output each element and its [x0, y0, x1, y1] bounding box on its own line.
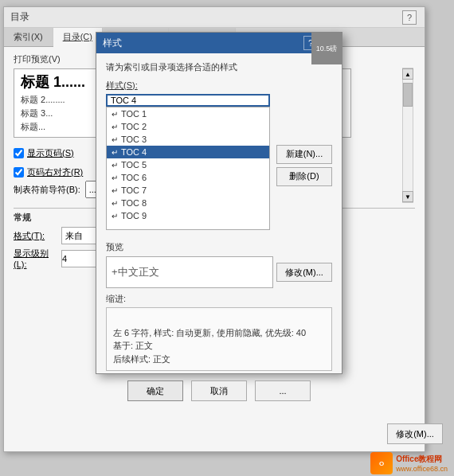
item-arrow: ↵ [112, 123, 118, 131]
styles-modal-titlebar: 样式 ? ✕ [96, 33, 342, 53]
preview-section-label: 预览 [106, 241, 332, 253]
office-text-block: Office教程网 www.office68.cn [396, 454, 448, 473]
item-arrow: ↵ [112, 161, 118, 170]
list-item[interactable]: ↵ TOC 3 [107, 133, 269, 146]
scroll-thumb[interactable] [403, 83, 413, 107]
list-item[interactable]: ↵ TOC 2 [107, 120, 269, 133]
office-icon: O [370, 452, 393, 474]
align-right-label: 页码右对齐(R) [27, 166, 83, 178]
styles-input-field[interactable] [106, 94, 270, 107]
help-button[interactable]: ? [402, 10, 417, 25]
list-item[interactable]: ↵ TOC 5 [107, 158, 269, 171]
office-badge: O Office教程网 www.office68.cn [370, 452, 448, 474]
preview-modify-button[interactable]: 修改(M)... [276, 263, 332, 282]
item-arrow: ↵ [112, 174, 118, 182]
style-preview-area: +中文正文 [106, 256, 273, 288]
indent-section: 缩进: 左 6 字符, 样式: 自动更新, 使用前隐藏, 优先级: 40 基于:… [106, 293, 332, 371]
index-dialog-title: 目录 [10, 10, 402, 24]
list-item[interactable]: ↵ TOC 1 [107, 107, 269, 120]
preview-section: 预览 +中文正文 10.5磅 修改(M)... [106, 241, 332, 288]
new-style-button[interactable]: 新建(N)... [276, 145, 332, 164]
tab-leader-label: 制表符前导符(B): [14, 184, 80, 196]
show-page-numbers-checkbox[interactable] [14, 148, 24, 158]
preview-chinese-text: +中文正文 [112, 265, 159, 279]
scrollbar[interactable]: ▲ ▼ [402, 68, 413, 203]
styles-modal-title: 样式 [103, 37, 303, 50]
indent-section-label: 缩进: [106, 293, 332, 305]
list-item-selected[interactable]: ↵ TOC 4 [107, 146, 269, 158]
list-item[interactable]: ↵ TOC 7 [107, 184, 269, 197]
styles-listbox[interactable]: ↵ TOC 1 ↵ TOC 2 ↵ TOC 3 ↵ TOC 4 [106, 107, 270, 230]
preview-size-badge: 10.5磅 [311, 33, 342, 64]
list-item[interactable]: ↵ TOC 9 [107, 209, 269, 222]
list-item[interactable]: ↵ TOC 6 [107, 171, 269, 184]
office-url: www.office68.cn [396, 465, 448, 473]
styles-modal: 样式 ? ✕ 请为索引或目录项选择合适的样式 样式(S): ↵ TOC 1 ↵ [96, 32, 342, 374]
level-label: 显示级别(L): [14, 248, 61, 269]
align-right-checkbox[interactable] [14, 167, 24, 178]
item-arrow: ↵ [112, 212, 118, 220]
indent-text: 左 6 字符, 样式: 自动更新, 使用前隐藏, 优先级: 40 基于: 正文 … [106, 307, 332, 371]
item-arrow: ↵ [112, 135, 118, 144]
index-dialog-titlebar: 目录 ? [4, 7, 425, 28]
list-item[interactable]: ↵ TOC 8 [107, 197, 269, 209]
show-page-numbers-label: 显示页码(S) [27, 147, 74, 159]
item-arrow: ↵ [112, 186, 118, 195]
office-brand: Office教程网 [396, 454, 448, 465]
item-arrow: ↵ [112, 148, 118, 157]
scroll-down-arrow[interactable]: ▼ [402, 191, 413, 202]
ok-button[interactable]: 确定 [127, 380, 183, 401]
styles-modal-desc: 请为索引或目录项选择合适的样式 [106, 61, 332, 73]
styles-modal-body: 请为索引或目录项选择合适的样式 样式(S): ↵ TOC 1 ↵ TOC 2 [96, 53, 342, 409]
tab-index[interactable]: 索引(X) [4, 28, 53, 46]
outer-modify-button[interactable]: 修改(M)... [387, 423, 443, 444]
cancel-button[interactable]: 取消 [191, 380, 247, 401]
item-arrow: ↵ [112, 199, 118, 208]
modal-bottom-buttons: 确定 取消 ... [106, 377, 332, 401]
style-select-label: 样式(S): [106, 80, 332, 92]
side-buttons: 新建(N)... 删除(D) [276, 145, 332, 186]
format-label: 格式(T): [14, 230, 61, 242]
ellipsis-button[interactable]: ... [255, 380, 311, 401]
scroll-up-arrow[interactable]: ▲ [402, 68, 413, 80]
item-arrow: ↵ [112, 110, 118, 119]
styles-input-row: ↵ TOC 1 ↵ TOC 2 ↵ TOC 3 ↵ TOC 4 [106, 94, 332, 236]
delete-style-button[interactable]: 删除(D) [276, 167, 332, 186]
